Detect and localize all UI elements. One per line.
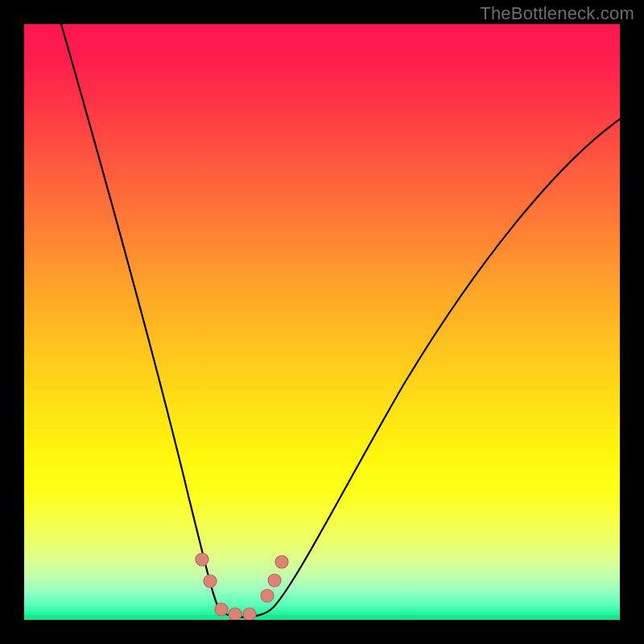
marker-dot [229, 608, 242, 620]
marker-dot [261, 589, 274, 602]
plot-area [24, 24, 620, 620]
chart-frame: TheBottleneck.com [0, 0, 644, 644]
marker-dot [196, 553, 208, 566]
marker-group [196, 553, 288, 620]
marker-dot [215, 603, 228, 616]
marker-dot [275, 555, 288, 568]
marker-dot [204, 575, 217, 588]
marker-dot [268, 574, 281, 587]
watermark-text: TheBottleneck.com [480, 3, 634, 24]
marker-dot [243, 608, 256, 620]
markers-svg [24, 24, 620, 620]
